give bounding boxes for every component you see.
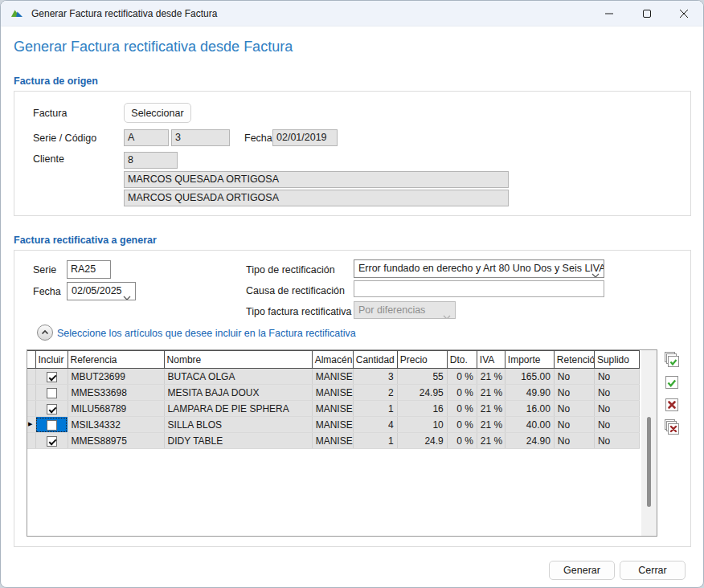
check-all-icon[interactable] [663, 351, 681, 369]
dto-cell[interactable]: 0 % [447, 385, 477, 401]
referencia-cell[interactable]: MMES33698 [68, 385, 164, 401]
table-row[interactable]: MMES33698 MESITA BAJA DOUX MANISES 2 24.… [27, 385, 640, 401]
row-selector-cell[interactable] [27, 385, 35, 401]
row-selector-cell[interactable] [27, 433, 35, 449]
precio-cell[interactable]: 24.95 [397, 385, 447, 401]
suplido-cell[interactable]: No [594, 401, 639, 417]
precio-cell[interactable]: 24.9 [397, 433, 447, 449]
almacen-cell[interactable]: MANISES [312, 385, 353, 401]
retencion-cell[interactable]: No [554, 417, 594, 433]
retencion-cell[interactable]: No [554, 433, 594, 449]
incluir-checkbox[interactable] [47, 372, 57, 382]
referencia-cell[interactable]: MBUT23699 [68, 369, 164, 385]
incluir-checkbox[interactable] [47, 404, 57, 414]
causa-input[interactable] [354, 280, 604, 297]
titlebar[interactable]: Generar Factura rectificativa desde Fact… [1, 1, 703, 27]
incluir-cell[interactable] [35, 369, 68, 385]
generate-button[interactable]: Generar [549, 561, 615, 580]
almacen-cell[interactable]: MANISES [312, 417, 353, 433]
incluir-checkbox[interactable] [47, 436, 57, 447]
maximize-button[interactable] [628, 1, 665, 27]
iva-cell[interactable]: 21 % [477, 369, 505, 385]
suplido-cell[interactable]: No [594, 385, 639, 401]
collapse-articles-button[interactable] [37, 325, 53, 341]
incluir-cell[interactable] [35, 417, 68, 433]
incluir-cell[interactable] [35, 401, 68, 417]
cantidad-cell[interactable]: 3 [353, 369, 397, 385]
grid-vertical-scrollbar[interactable] [641, 350, 657, 536]
chevron-down-icon [591, 267, 600, 278]
nombre-cell[interactable]: MESITA BAJA DOUX [164, 385, 312, 401]
col-nombre: Nombre [164, 351, 312, 369]
iva-cell[interactable]: 21 % [477, 417, 505, 433]
row-selector-cell[interactable] [27, 417, 35, 433]
serie-codigo-label: Serie / Código [33, 133, 96, 144]
causa-label: Causa de rectificación [246, 285, 345, 296]
table-row[interactable]: MBUT23699 BUTACA OLGA MANISES 3 55 0 % 2… [27, 369, 640, 385]
precio-cell[interactable]: 10 [397, 417, 447, 433]
cantidad-cell[interactable]: 1 [353, 401, 397, 417]
importe-cell[interactable]: 40.00 [505, 417, 554, 433]
precio-cell[interactable]: 55 [397, 369, 447, 385]
row-selector-cell[interactable] [27, 369, 35, 385]
cantidad-cell[interactable]: 2 [353, 385, 397, 401]
importe-cell[interactable]: 24.90 [505, 433, 554, 449]
nombre-cell[interactable]: DIDY TABLE [164, 433, 312, 449]
importe-cell[interactable]: 165.00 [505, 369, 554, 385]
table-row[interactable]: MSIL34332 SILLA BLOS MANISES 4 10 0 % 21… [27, 417, 640, 433]
dto-cell[interactable]: 0 % [447, 401, 477, 417]
cliente-name-field: MARCOS QUESADA ORTIGOSA [124, 171, 509, 188]
nombre-cell[interactable]: LAMPARA DE PIE SPHERA [164, 401, 312, 417]
dto-cell[interactable]: 0 % [447, 417, 477, 433]
iva-cell[interactable]: 21 % [477, 401, 505, 417]
suplido-cell[interactable]: No [594, 417, 639, 433]
incluir-cell[interactable] [35, 385, 68, 401]
retencion-cell[interactable]: No [554, 401, 594, 417]
close-dialog-button[interactable]: Cerrar [620, 561, 686, 580]
table-row[interactable]: MMES88975 DIDY TABLE MANISES 1 24.9 0 % … [27, 433, 640, 449]
dto-cell[interactable]: 0 % [447, 369, 477, 385]
importe-cell[interactable]: 49.90 [505, 385, 554, 401]
suplido-cell[interactable]: No [594, 369, 639, 385]
retencion-cell[interactable]: No [554, 369, 594, 385]
chevron-down-icon [123, 289, 131, 300]
target-serie-label: Serie [33, 264, 56, 276]
target-fecha-picker[interactable]: 02/05/2025 [67, 282, 136, 300]
incluir-cell[interactable] [35, 433, 68, 449]
target-serie-input[interactable]: RA25 [67, 260, 111, 279]
importe-cell[interactable]: 16.00 [505, 401, 554, 417]
dialog-window: Generar Factura rectificativa desde Fact… [0, 0, 704, 588]
select-invoice-button[interactable]: Seleccionar [124, 103, 191, 123]
precio-cell[interactable]: 16 [397, 401, 447, 417]
tipo-factura-label: Tipo factura rectificativa [246, 306, 352, 317]
almacen-cell[interactable]: MANISES [312, 369, 353, 385]
iva-cell[interactable]: 21 % [477, 433, 505, 449]
iva-cell[interactable]: 21 % [477, 385, 505, 401]
dto-cell[interactable]: 0 % [447, 433, 477, 449]
nombre-cell[interactable]: BUTACA OLGA [164, 369, 312, 385]
close-button[interactable] [665, 1, 702, 27]
row-selector-cell[interactable] [27, 401, 35, 417]
almacen-cell[interactable]: MANISES [312, 401, 353, 417]
retencion-cell[interactable]: No [554, 385, 594, 401]
cantidad-cell[interactable]: 1 [353, 433, 397, 449]
uncheck-selected-icon[interactable] [663, 396, 681, 414]
scrollbar-thumb[interactable] [647, 417, 651, 507]
uncheck-all-icon[interactable] [663, 419, 681, 436]
nombre-cell[interactable]: SILLA BLOS [164, 417, 312, 433]
incluir-checkbox[interactable] [47, 388, 57, 398]
col-importe: Importe [505, 351, 554, 369]
tipo-rectificacion-select[interactable]: Error fundado en derecho y Art 80 Uno Do… [354, 259, 604, 278]
minimize-button[interactable] [591, 1, 628, 27]
cantidad-cell[interactable]: 4 [353, 417, 397, 433]
almacen-cell[interactable]: MANISES [312, 433, 353, 449]
table-row[interactable]: MILU568789 LAMPARA DE PIE SPHERA MANISES… [27, 401, 640, 417]
referencia-cell[interactable]: MILU568789 [68, 401, 164, 417]
suplido-cell[interactable]: No [594, 433, 639, 449]
referencia-cell[interactable]: MMES88975 [68, 433, 164, 449]
incluir-checkbox[interactable] [47, 420, 57, 431]
cliente-label: Cliente [33, 153, 64, 165]
page-title: Generar Factura rectificativa desde Fact… [14, 39, 293, 55]
referencia-cell[interactable]: MSIL34332 [68, 417, 164, 433]
check-selected-icon[interactable] [663, 374, 681, 391]
